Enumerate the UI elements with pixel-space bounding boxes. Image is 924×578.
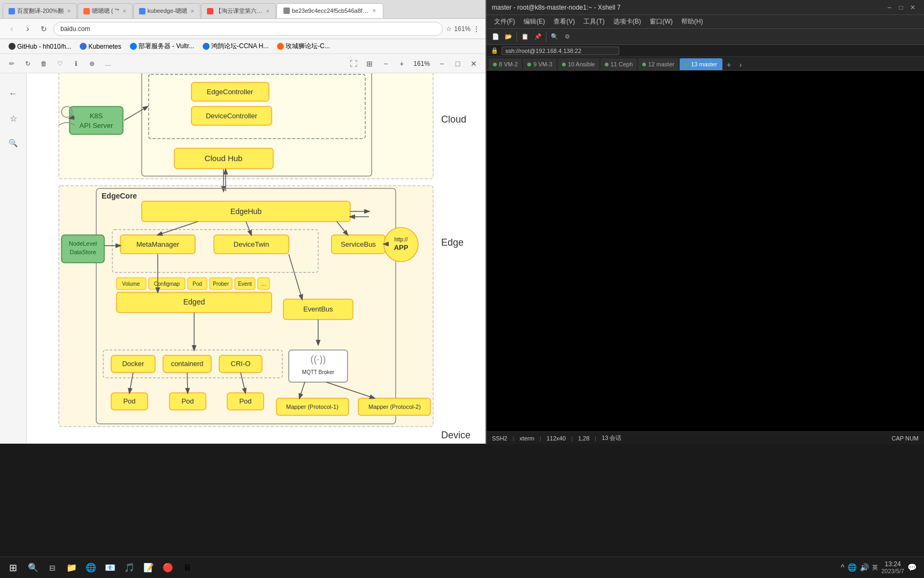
session-dot-master12 — [642, 63, 646, 66]
taskbar-app-red[interactable]: 🔴 — [158, 558, 178, 577]
bookmark-kubernetes[interactable]: Kubernetes — [76, 42, 124, 51]
crio-label: CRI-O — [231, 360, 251, 368]
bookmark-favicon-2 — [80, 43, 87, 50]
viewer-fullscreen-btn[interactable]: ⛶ — [347, 57, 360, 70]
viewer-edit-btn[interactable]: ✏ — [5, 57, 18, 70]
tb-open[interactable]: 📂 — [503, 31, 514, 43]
bookmark-vultr[interactable]: 部署服务器 - Vultr... — [127, 41, 197, 52]
taskbar-search[interactable]: 🔍 — [24, 558, 43, 577]
menu-tabs[interactable]: 选项卡(B) — [609, 16, 645, 27]
xshell-titlebar: master - root@k8s-master-node1:~ - Xshel… — [487, 0, 924, 15]
session-ansible[interactable]: 10 Ansible — [558, 58, 599, 70]
bookmark-forum[interactable]: 玫城狮论坛-C... — [274, 41, 333, 52]
back-button[interactable]: ‹ — [5, 22, 18, 35]
viewer-delete-btn[interactable]: 🗑 — [37, 57, 50, 70]
tab-close-5[interactable]: ✕ — [372, 8, 376, 13]
bookmark-icon[interactable]: ☆ — [446, 25, 452, 33]
xshell-minimize-btn[interactable]: − — [883, 2, 895, 13]
tab-5-active[interactable]: be23e9c4ecc24f5cb546a8f7ed4dadd8.jpg ✕ — [276, 3, 383, 18]
clock[interactable]: 13:24 2023/5/7 — [881, 560, 904, 575]
device-label: Device — [441, 430, 471, 440]
tab-favicon-4 — [207, 8, 213, 14]
menu-edit[interactable]: 编辑(E) — [519, 16, 549, 27]
taskbar-mail[interactable]: 📧 — [101, 558, 120, 577]
tab-2[interactable]: 嗯嗯嗯 ( "* ✕ — [78, 3, 133, 18]
session-add-btn[interactable]: + — [723, 59, 734, 70]
viewer-info-btn[interactable]: ℹ — [70, 57, 82, 70]
menu-view[interactable]: 查看(V) — [549, 16, 579, 27]
taskbar-edge[interactable]: 🌐 — [81, 558, 101, 577]
tray-sound[interactable]: 🔊 — [860, 563, 869, 572]
status-ssh2: SSH2 — [492, 435, 507, 442]
session-vm2[interactable]: 8 VM-2 — [489, 58, 522, 70]
forward-button[interactable]: › — [21, 22, 34, 35]
servicebus-label: ServiceBus — [341, 240, 376, 248]
tb-paste[interactable]: 📌 — [532, 31, 544, 43]
edgehub-label: EdgeHub — [230, 207, 262, 216]
bookmark-ccna[interactable]: 鸿鹄论坛-CCNA H... — [199, 41, 272, 52]
tab-favicon-2 — [83, 8, 90, 14]
tray-notification[interactable]: 💬 — [907, 563, 917, 572]
sidebar-star-icon[interactable]: ☆ — [4, 109, 23, 128]
tab-close-4[interactable]: ✕ — [266, 9, 270, 14]
viewer-heart-btn[interactable]: ♡ — [53, 57, 66, 70]
tab-1[interactable]: 百度翻译-200%翻 ✕ — [3, 3, 77, 18]
viewer-minimize-btn[interactable]: − — [435, 57, 448, 70]
session-ceph[interactable]: 11 Ceph — [600, 58, 637, 70]
menu-help[interactable]: 帮助(H) — [677, 16, 707, 27]
taskbar-explorer[interactable]: 📁 — [62, 558, 81, 577]
tb-sep2 — [546, 32, 546, 42]
tb-new[interactable]: 📄 — [490, 31, 502, 43]
pod2-label: Pod — [181, 397, 194, 405]
viewer-more-btn[interactable]: … — [102, 57, 114, 70]
viewer-zoom-out-btn[interactable]: − — [379, 57, 392, 70]
viewer-popup-btn[interactable]: ⊞ — [363, 57, 376, 70]
tab-close-2[interactable]: ✕ — [122, 9, 127, 14]
menu-tools[interactable]: 工具(T) — [579, 16, 609, 27]
session-master13-active[interactable]: 13 master — [680, 58, 722, 70]
session-master12[interactable]: 12 master — [638, 58, 679, 70]
session-nav-btn[interactable]: › — [735, 59, 746, 70]
tray-lang[interactable]: 英 — [872, 564, 878, 572]
bookmark-github[interactable]: GitHub - hh010/h... — [5, 42, 74, 51]
bookmark-label-3: 部署服务器 - Vultr... — [138, 42, 194, 51]
menu-file[interactable]: 文件(F) — [490, 16, 519, 27]
tb-settings[interactable]: ⚙ — [561, 31, 573, 43]
tab-close-1[interactable]: ✕ — [67, 9, 71, 14]
xshell-close-btn[interactable]: ✕ — [907, 2, 919, 13]
tray-up-icon[interactable]: ^ — [841, 563, 845, 572]
xshell-toolbar: 📄 📂 📋 📌 🔍 ⚙ — [487, 29, 924, 45]
viewer-share-btn[interactable]: ⊕ — [86, 57, 98, 70]
session-vm3[interactable]: 9 VM-3 — [523, 58, 556, 70]
viewer-rotate-btn[interactable]: ↻ — [21, 57, 34, 70]
start-button[interactable]: ⊞ — [2, 558, 24, 577]
address-input[interactable] — [53, 22, 443, 36]
ssh-input[interactable] — [502, 47, 619, 55]
taskbar-monitor[interactable]: 🖥 — [178, 558, 197, 577]
tab-3[interactable]: kubeedge-嗯嗯 ✕ — [133, 3, 201, 18]
viewer-close-btn[interactable]: ✕ — [467, 57, 480, 70]
menu-icon[interactable]: ⋮ — [473, 25, 480, 33]
tab-close-3[interactable]: ✕ — [190, 9, 195, 14]
event-label: Event — [238, 281, 252, 287]
status-xterm: xterm — [520, 435, 535, 442]
xshell-maximize-btn[interactable]: □ — [895, 2, 907, 13]
edgecore-title: EdgeCore — [102, 192, 137, 200]
tb-sep1 — [517, 32, 517, 42]
mapper1-label: Mapper (Protocol-1) — [286, 404, 338, 410]
sidebar-back-icon[interactable]: ← — [4, 84, 23, 103]
taskbar-music[interactable]: 🎵 — [120, 558, 139, 577]
reload-button[interactable]: ↻ — [37, 22, 50, 35]
taskbar-notepad[interactable]: 📝 — [139, 558, 158, 577]
viewer-maximize-btn[interactable]: □ — [451, 57, 464, 70]
sidebar-search-icon[interactable]: 🔍 — [4, 133, 23, 153]
terminal-content[interactable] — [487, 71, 924, 431]
tray-network[interactable]: 🌐 — [848, 563, 857, 572]
tb-find[interactable]: 🔍 — [549, 31, 560, 43]
tb-copy[interactable]: 📋 — [519, 31, 531, 43]
taskbar-taskview[interactable]: ⊟ — [43, 558, 62, 577]
tab-4[interactable]: 【淘云课堂第六… ✕ — [201, 3, 276, 18]
viewer-zoom-in-btn[interactable]: + — [395, 57, 408, 70]
edge-label: Edge — [441, 237, 464, 248]
menu-window[interactable]: 窗口(W) — [645, 16, 677, 27]
